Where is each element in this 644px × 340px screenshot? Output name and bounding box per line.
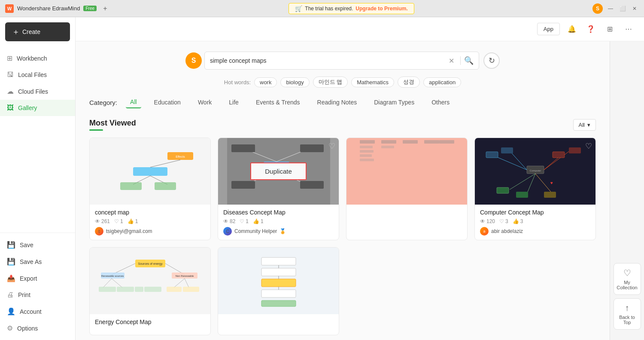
author-avatar-computer: a: [480, 227, 489, 236]
svg-text:Computer: Computer: [529, 169, 541, 172]
help-button[interactable]: ❓: [584, 22, 598, 36]
hot-words: Hot words: work biology 마인드 맵 Mathematic…: [89, 77, 596, 88]
hot-tag-bible[interactable]: 성경: [398, 77, 420, 88]
svg-rect-22: [360, 150, 374, 153]
svg-rect-2: [133, 167, 167, 176]
app-name: Wondershare EdrawMind: [17, 5, 80, 12]
svg-rect-41: [501, 147, 513, 153]
svg-rect-26: [381, 146, 394, 148]
minimize-button[interactable]: —: [606, 4, 615, 13]
more-button[interactable]: ⋯: [622, 22, 635, 36]
search-clear-button[interactable]: ✕: [446, 57, 457, 65]
svg-text:Renewable sources: Renewable sources: [101, 275, 124, 277]
tab-reading-notes[interactable]: Reading Notes: [313, 97, 361, 108]
sidebar-item-cloud-files-label: Cloud Files: [18, 88, 48, 95]
hot-tag-mindmap[interactable]: 마인드 맵: [313, 77, 348, 88]
card-author-diseases: C Community Helper 🏅: [223, 227, 334, 236]
svg-rect-28: [424, 140, 439, 144]
svg-rect-44: [497, 187, 509, 193]
options-icon: ⚙: [7, 324, 13, 332]
heart-button-computer[interactable]: ♡: [585, 141, 592, 151]
svg-rect-75: [261, 300, 296, 306]
tab-education[interactable]: Education: [150, 97, 185, 108]
concept-map-svg: Effects: [99, 146, 202, 197]
titlebar: W Wondershare EdrawMind Free + 🛒 The tri…: [0, 0, 644, 17]
card-computer-map[interactable]: Computer: [474, 138, 596, 240]
app-button[interactable]: App: [537, 23, 560, 35]
svg-rect-66: [183, 287, 199, 292]
sidebar-bottom: 💾 Save 💾 Save As 📤 Export 🖨 Print 👤 Acco…: [0, 233, 75, 340]
content-area: S ✕ 🔍 ↻ Hot words: work biology 마인드 맵 M: [76, 41, 610, 340]
card-pink-map[interactable]: [346, 138, 468, 240]
tab-all[interactable]: All: [126, 96, 141, 108]
sidebar-item-options[interactable]: ⚙ Options: [0, 320, 75, 337]
notification-button[interactable]: 🔔: [565, 22, 579, 36]
sidebar-item-print-label: Print: [18, 291, 30, 298]
refresh-button[interactable]: ↻: [483, 52, 500, 69]
search-input[interactable]: [210, 57, 446, 64]
hot-tag-biology[interactable]: biology: [280, 77, 309, 87]
sidebar-item-workbench[interactable]: ⊞ Workbench: [0, 50, 75, 67]
svg-text:♥: ♥: [550, 181, 553, 185]
svg-rect-70: [261, 279, 296, 287]
back-to-top-button[interactable]: ↑ Back toTop: [614, 298, 641, 330]
user-avatar-search[interactable]: S: [185, 52, 202, 69]
card-flowchart[interactable]: [218, 247, 339, 335]
card-stats-diseases: 👁 82 ♡ 1 👍 1: [223, 218, 334, 224]
svg-rect-61: [135, 287, 143, 292]
hot-tag-work[interactable]: work: [254, 77, 277, 87]
tab-events[interactable]: Events & Trends: [252, 97, 304, 108]
author-name: Community Helper: [234, 228, 277, 234]
trial-bar: 🛒 The trial has expired. Upgrade to Prem…: [289, 3, 414, 14]
section-title-group: Most Viewed: [89, 119, 136, 131]
svg-rect-20: [360, 140, 375, 144]
card-thumb-computer: Computer: [475, 138, 595, 205]
sidebar-item-gallery-label: Gallery: [18, 104, 37, 111]
sidebar-item-cloud-files[interactable]: ☁ Cloud Files: [0, 83, 75, 100]
card-thumb-energy: Sources of energy Renewable sources Non …: [90, 248, 210, 314]
search-icon[interactable]: 🔍: [464, 56, 474, 65]
sidebar-item-account[interactable]: 👤 Account: [0, 303, 75, 320]
tab-diagram-types[interactable]: Diagram Types: [370, 97, 419, 108]
sidebar-nav: ⊞ Workbench 🖫 Local Files ☁ Cloud Files …: [0, 46, 75, 233]
create-button[interactable]: ＋ Create: [5, 22, 70, 41]
svg-rect-40: [486, 152, 498, 158]
hot-tag-mathematics[interactable]: Mathematics: [351, 77, 394, 87]
close-button[interactable]: ✕: [630, 4, 639, 13]
sidebar-item-save-as-label: Save As: [20, 258, 42, 265]
card-energy[interactable]: Sources of energy Renewable sources Non …: [89, 247, 211, 335]
user-avatar-titlebar[interactable]: S: [592, 3, 603, 14]
grid-button[interactable]: ⊞: [603, 22, 617, 36]
svg-text:Sources of energy: Sources of energy: [138, 262, 162, 266]
section-header: Most Viewed All ▾: [89, 119, 596, 131]
tab-others[interactable]: Others: [427, 97, 454, 108]
my-collection-button[interactable]: ♡ MyCollection: [614, 263, 641, 295]
card-concept-map[interactable]: Effects concept map: [89, 138, 211, 240]
add-tab-button[interactable]: +: [100, 3, 110, 14]
upgrade-link[interactable]: Upgrade to Premium.: [355, 6, 407, 12]
sidebar-item-export-label: Export: [20, 275, 37, 282]
sidebar-item-local-files[interactable]: 🖫 Local Files: [0, 67, 75, 83]
views-stat: 👁 82: [223, 218, 235, 224]
sidebar-item-export[interactable]: 📤 Export: [0, 270, 75, 287]
collection-label: MyCollection: [617, 280, 637, 290]
card-info-diseases: Diseases Concept Map 👁 82 ♡ 1 👍 1 C Comm…: [218, 205, 339, 240]
create-label: Create: [22, 28, 40, 35]
tab-work[interactable]: Work: [194, 97, 216, 108]
sidebar-item-gallery[interactable]: 🖼 Gallery: [0, 100, 75, 116]
hot-tag-application[interactable]: application: [423, 77, 461, 87]
author-name-computer: abir abdelaziz: [491, 228, 523, 234]
card-diseases[interactable]: Diseases Duplicate: [218, 138, 339, 240]
tab-life[interactable]: Life: [225, 97, 243, 108]
sidebar-item-save[interactable]: 💾 Save: [0, 236, 75, 253]
filter-dropdown[interactable]: All ▾: [573, 119, 596, 131]
sidebar-item-save-as[interactable]: 💾 Save As: [0, 253, 75, 270]
search-box: ✕ 🔍: [204, 52, 479, 70]
heart-button[interactable]: ♡: [328, 141, 335, 151]
sidebar-item-account-label: Account: [20, 308, 42, 315]
sidebar-item-print[interactable]: 🖨 Print: [0, 287, 75, 303]
search-container: S ✕ 🔍 ↻: [89, 52, 596, 70]
maximize-button[interactable]: ⬜: [618, 4, 627, 13]
app-logo: W: [5, 4, 14, 13]
duplicate-button[interactable]: Duplicate: [250, 162, 307, 180]
